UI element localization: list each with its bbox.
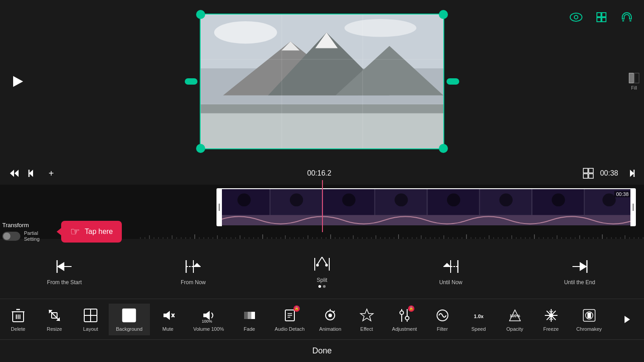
svg-text:1.0x: 1.0x (474, 314, 484, 319)
play-button[interactable] (9, 72, 27, 90)
action-from-start[interactable]: From the Start (46, 257, 82, 286)
tool-filter[interactable]: Filter (424, 304, 461, 335)
current-time: 00:16.2 (62, 169, 577, 177)
handle-top-right[interactable] (439, 10, 448, 19)
add-button[interactable]: + (45, 167, 58, 180)
svg-line-179 (322, 257, 327, 264)
fill-button[interactable]: Fill (629, 73, 639, 90)
timeline-zoom-button[interactable] (581, 166, 596, 181)
tool-effect[interactable]: Effect (349, 304, 385, 335)
audio-detach-label: Audio Detach (275, 326, 305, 332)
play-icon (13, 76, 23, 87)
freeze-icon (543, 307, 559, 324)
track-duration: 00:38 (614, 191, 630, 197)
volume-icon: 100% (201, 307, 217, 324)
tool-speed[interactable]: 1.0x Speed (461, 304, 497, 335)
tool-mute[interactable]: Mute (150, 304, 186, 335)
svg-point-52 (394, 194, 408, 207)
svg-point-49 (237, 194, 250, 207)
action-until-end[interactable]: Until the End (562, 257, 598, 286)
svg-rect-13 (597, 13, 601, 17)
transform-toggle[interactable] (2, 232, 20, 241)
tool-volume[interactable]: 100% Volume 100% (186, 304, 231, 335)
svg-rect-26 (589, 168, 593, 173)
svg-marker-175 (193, 263, 201, 267)
svg-rect-28 (589, 174, 593, 178)
action-split[interactable]: Split (304, 255, 340, 288)
background-label: Background (116, 326, 143, 332)
chromakey-icon (581, 307, 597, 324)
tool-delete[interactable]: Delete (0, 304, 36, 335)
svg-rect-14 (602, 13, 606, 17)
tap-here-tooltip[interactable]: ☞ Tap here (61, 221, 122, 243)
transform-partial: Partial Setting (2, 230, 39, 242)
fade-label: Fade (244, 326, 255, 332)
handle-right[interactable] (447, 78, 459, 85)
tool-background[interactable]: Background (109, 304, 150, 335)
handle-left[interactable] (185, 78, 197, 85)
track-left-handle[interactable] (216, 188, 222, 226)
tool-fade[interactable]: Fade (231, 304, 268, 335)
layout-label: Layout (83, 326, 98, 332)
adjustment-lock-badge: 🔒 (408, 305, 414, 312)
tool-audio-detach[interactable]: 🔒 Audio Detach (268, 304, 312, 335)
eye-button[interactable] (568, 9, 584, 25)
back-to-start-button[interactable] (7, 166, 21, 181)
svg-rect-20 (634, 73, 639, 83)
svg-point-223 (400, 311, 404, 314)
tool-more[interactable] (609, 308, 644, 331)
tool-resize[interactable]: Resize (36, 304, 72, 335)
handle-bottom-right[interactable] (439, 144, 448, 153)
filter-label: Filter (437, 326, 447, 332)
svg-point-180 (316, 264, 319, 267)
video-frame (200, 14, 444, 149)
animation-icon (322, 307, 338, 324)
svg-rect-27 (583, 174, 588, 178)
tooltip-arrow (57, 228, 61, 235)
fade-icon (241, 307, 258, 324)
svg-text:100%: 100% (202, 319, 212, 323)
until-end-label: Until the End (564, 279, 595, 286)
done-button[interactable]: Done (312, 346, 332, 356)
forward-button[interactable] (623, 166, 637, 181)
audio-detach-lock-badge: 🔒 (293, 305, 300, 312)
svg-marker-21 (10, 170, 14, 177)
fill-label: Fill (631, 86, 637, 90)
grid-button[interactable] (593, 9, 610, 25)
tool-freeze[interactable]: Freeze (533, 304, 569, 335)
handle-top-left[interactable] (196, 10, 205, 19)
tool-animation[interactable]: Animation (312, 304, 349, 335)
dot-1 (318, 285, 321, 288)
svg-marker-209 (203, 311, 210, 320)
effect-label: Effect (360, 326, 373, 332)
handle-bottom-left[interactable] (196, 144, 205, 153)
tool-adjustment[interactable]: 🔒 Adjustment (385, 304, 424, 335)
action-from-now[interactable]: From Now (175, 257, 211, 286)
svg-rect-205 (123, 309, 135, 322)
delete-label: Delete (11, 326, 25, 332)
playhead[interactable] (322, 180, 323, 232)
svg-marker-222 (360, 309, 373, 321)
split-label: Split (317, 277, 327, 283)
top-right-icons (568, 9, 635, 25)
rewind-button[interactable] (26, 166, 40, 181)
dot-2 (323, 285, 326, 288)
svg-line-221 (333, 311, 335, 313)
track-thumbnails: 00:38 (218, 189, 634, 225)
speed-icon: 1.0x (471, 307, 487, 324)
track-right-handle[interactable] (630, 188, 636, 226)
partial-label: Partial Setting (24, 230, 39, 242)
tool-chromakey[interactable]: Chromakey (569, 304, 609, 335)
tool-layout[interactable]: Layout (72, 304, 109, 335)
svg-marker-206 (163, 311, 170, 320)
action-until-now[interactable]: Until Now (433, 257, 469, 286)
volume-label: Volume 100% (193, 326, 224, 332)
svg-point-53 (447, 194, 460, 207)
magnet-button[interactable] (619, 9, 635, 25)
mute-icon (160, 307, 176, 324)
adjustment-label: Adjustment (392, 326, 417, 332)
grid-overlay (201, 14, 443, 148)
tool-opacity[interactable]: 100% Opacity (497, 304, 533, 335)
video-content (201, 14, 443, 148)
split-indicator (318, 285, 326, 288)
